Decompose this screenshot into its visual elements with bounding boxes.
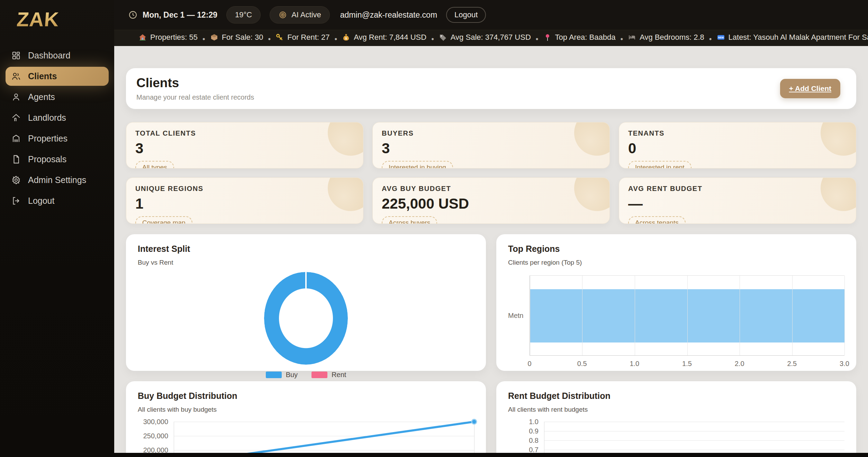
svg-text:$: $	[345, 37, 347, 40]
page-subtitle: Manage your real estate client records	[136, 93, 254, 101]
x-tick-label: 1.5	[682, 360, 692, 368]
stat-label: TOTAL CLIENTS	[135, 129, 354, 137]
ticker-item: Top Area: Baabda	[543, 33, 616, 42]
rent-budget-chart: 1.00.90.80.70.6	[508, 422, 844, 453]
ticker-item: NEWLatest: Yasouh Al Malak Apartment For…	[717, 33, 868, 42]
package-icon	[210, 33, 218, 42]
temperature-text: 19°C	[235, 10, 252, 19]
stat-badge: Across buyers	[382, 216, 437, 224]
bed-icon	[628, 33, 636, 42]
x-tick-label: 1.0	[630, 360, 639, 368]
stat-badge: Coverage map	[135, 216, 192, 224]
sidebar-item-label: Logout	[28, 196, 54, 206]
y-tick-label: 0.9	[508, 427, 539, 435]
interest-split-card: Interest Split Buy vs Rent Buy Ren	[126, 234, 486, 371]
chart-subtitle: Buy vs Rent	[138, 259, 474, 266]
new-badge-icon: NEW	[717, 33, 725, 42]
sidebar-item-proposals[interactable]: Proposals	[6, 150, 109, 169]
logout-button[interactable]: Logout	[446, 7, 486, 23]
main-column: Mon, Dec 1 — 12:29 19°C AI Active admin@…	[114, 0, 868, 457]
stat-value: 3	[382, 140, 600, 157]
ai-status-chip: AI Active	[270, 6, 330, 24]
x-tick-label: 0	[527, 360, 531, 368]
pin-icon	[543, 33, 552, 42]
key-icon	[275, 33, 284, 42]
gridline	[582, 276, 582, 355]
legend-item-rent: Rent	[311, 371, 346, 379]
stat-card-tenants: TENANTS 0 Interested in rent	[619, 122, 856, 168]
charts-row-top: Interest Split Buy vs Rent Buy Ren	[126, 234, 856, 371]
add-client-button[interactable]: + Add Client	[780, 79, 840, 98]
chart-subtitle: All clients with rent budgets	[508, 406, 844, 413]
x-tick-label: 0.5	[577, 360, 587, 368]
legend-label: Buy	[286, 371, 298, 379]
document-icon	[11, 154, 21, 164]
sidebar-item-landlords[interactable]: Landlords	[6, 108, 109, 127]
line-series	[138, 422, 474, 453]
datetime-text: Mon, Dec 1 — 12:29	[143, 10, 217, 20]
landlord-icon	[11, 113, 21, 123]
x-tick-label: 3.0	[840, 360, 849, 368]
app-root: ZAK Dashboard Clients Agents Landlords P…	[0, 0, 868, 457]
stat-cards-grid: TOTAL CLIENTS 3 All types BUYERS 3 Inter…	[126, 122, 856, 224]
stat-card-avg-rent-budget: AVG RENT BUDGET — Across tenants	[619, 177, 856, 224]
clients-icon	[11, 71, 21, 81]
ticker-separator: •	[202, 35, 205, 43]
stat-badge: Interested in rent	[628, 161, 691, 168]
chart-title: Rent Budget Distribution	[508, 391, 844, 401]
gridline	[844, 276, 845, 355]
y-axis-line	[544, 422, 544, 453]
ticker-item: Avg Sale: 374,767 USD	[439, 33, 531, 42]
top-regions-card: Top Regions Clients per region (Top 5) M…	[496, 234, 856, 371]
buy-budget-chart: 300,000250,000200,000150,000	[138, 422, 474, 453]
gridline	[792, 276, 793, 355]
ticker-separator: •	[268, 35, 271, 43]
sidebar-item-agents[interactable]: Agents	[6, 88, 109, 107]
sidebar-item-clients[interactable]: Clients	[6, 67, 109, 86]
y-tick-label: 0.7	[508, 446, 539, 453]
sidebar: ZAK Dashboard Clients Agents Landlords P…	[0, 0, 114, 457]
chart-title: Interest Split	[138, 244, 474, 254]
stat-value: 225,000 USD	[382, 195, 600, 212]
sidebar-item-dashboard[interactable]: Dashboard	[6, 46, 109, 65]
page-title: Clients	[136, 76, 254, 90]
sidebar-item-logout[interactable]: Logout	[6, 191, 109, 210]
main-content: Clients Manage your real estate client r…	[114, 46, 868, 453]
target-icon	[278, 10, 287, 19]
clock-icon	[128, 10, 138, 20]
stat-card-unique-regions: UNIQUE REGIONS 1 Coverage map	[126, 177, 363, 224]
chart-title: Buy Budget Distribution	[138, 391, 474, 401]
chart-title: Top Regions	[508, 244, 844, 254]
sidebar-item-admin-settings[interactable]: Admin Settings	[6, 171, 109, 190]
gridline	[544, 450, 844, 450]
stats-ticker: Properties: 55•For Sale: 30•For Rent: 27…	[114, 30, 868, 46]
sidebar-item-properties[interactable]: Properties	[6, 129, 109, 148]
x-axis-ticks: 00.51.01.52.02.53.0	[530, 356, 844, 367]
ticker-item: Avg Bedrooms: 2.8	[628, 33, 704, 42]
gridline	[635, 276, 635, 355]
datetime: Mon, Dec 1 — 12:29	[128, 10, 217, 20]
stat-value: 0	[628, 140, 847, 157]
donut-legend: Buy Rent	[138, 371, 474, 379]
interest-split-donut	[264, 272, 348, 365]
ticker-track: Properties: 55•For Sale: 30•For Rent: 27…	[138, 33, 868, 44]
page-header-card: Clients Manage your real estate client r…	[126, 68, 856, 109]
buy-budget-card: Buy Budget Distribution All clients with…	[126, 381, 486, 453]
sidebar-item-label: Landlords	[28, 113, 66, 123]
ticker-item: Properties: 55	[138, 33, 198, 42]
stat-value: 3	[135, 140, 354, 157]
stat-badge: Interested in buying	[382, 161, 453, 168]
gridline	[544, 431, 844, 431]
stat-label: BUYERS	[382, 129, 600, 137]
legend-swatch-rent	[311, 372, 327, 378]
stat-card-avg-buy-budget: AVG BUY BUDGET 225,000 USD Across buyers	[372, 177, 610, 224]
bar-category-label: Metn	[508, 275, 530, 356]
sidebar-item-label: Proposals	[28, 154, 66, 164]
temperature-chip: 19°C	[226, 6, 261, 24]
stat-label: UNIQUE REGIONS	[135, 185, 354, 193]
sidebar-item-label: Agents	[28, 92, 55, 102]
stat-badge: All types	[135, 161, 174, 168]
ticker-separator: •	[431, 35, 434, 43]
gear-icon	[11, 175, 21, 185]
house-icon	[138, 33, 147, 42]
